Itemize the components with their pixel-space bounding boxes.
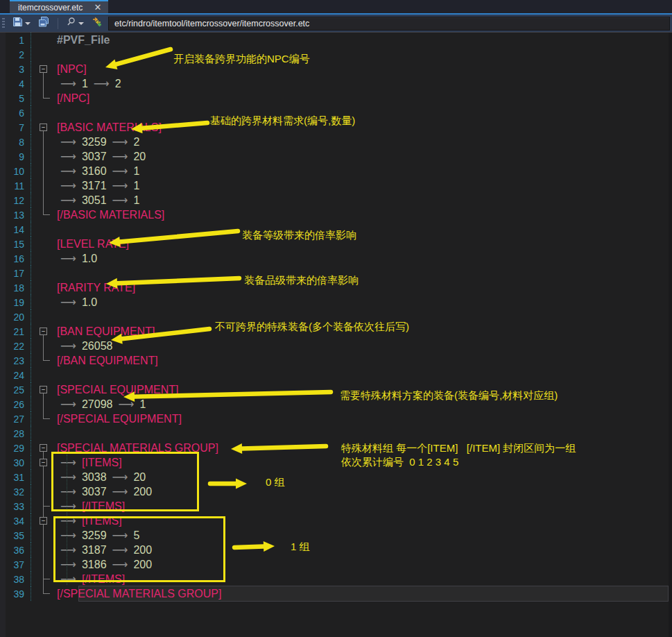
collapse-icon[interactable]: − (40, 444, 47, 452)
fold-marker (36, 193, 53, 207)
fold-marker[interactable]: − (36, 120, 53, 135)
fold-margin (36, 295, 53, 309)
gutter-separator (31, 120, 36, 135)
code-line: 23[/BAN EQUIPMENT] (0, 353, 672, 368)
value: 1 (133, 180, 139, 192)
collapse-icon[interactable]: − (40, 124, 47, 131)
collapse-icon[interactable]: − (40, 459, 47, 466)
toolbar-grip[interactable] (2, 18, 5, 29)
code-line: 29−[SPECIAL MATERIALS GROUP] (0, 441, 672, 455)
file-header: #PVF_File (57, 34, 110, 46)
gutter-separator (31, 47, 36, 62)
fold-marker[interactable]: − (36, 455, 53, 470)
gutter-separator (31, 484, 36, 499)
collapse-icon[interactable]: − (40, 386, 47, 393)
code-line: 36⟶3187⟶200 (0, 543, 672, 557)
save-button[interactable] (10, 15, 33, 31)
section-tag: [/NPC] (57, 92, 89, 105)
gutter-separator (31, 513, 36, 528)
fold-marker[interactable]: − (36, 324, 53, 339)
value: 3038 (82, 471, 107, 484)
arrow-token: ⟶ (94, 77, 110, 90)
code-line: 1#PVF_File (0, 33, 672, 47)
preview-dropdown-caret[interactable] (78, 22, 84, 25)
line-number: 13 (0, 210, 31, 221)
fold-marker[interactable]: − (36, 441, 53, 455)
line-number: 2 (0, 49, 31, 60)
collapse-icon[interactable]: − (40, 517, 47, 525)
line-number: 8 (0, 137, 31, 148)
fold-margin (36, 309, 53, 324)
fold-marker[interactable]: − (36, 62, 53, 76)
fold-margin (36, 33, 53, 47)
fold-marker (36, 76, 53, 91)
code-text: ⟶[/ITEMS] (53, 572, 125, 586)
fold-marker (36, 149, 53, 164)
navigate-button[interactable] (89, 15, 105, 31)
value: 1 (133, 165, 139, 178)
value: 3171 (82, 180, 107, 192)
fold-margin (36, 368, 53, 382)
section-tag: [/SPECIAL MATERIALS GROUP] (57, 588, 221, 600)
arrow-token: ⟶ (60, 296, 76, 309)
arrow-token: ⟶ (60, 179, 76, 192)
fold-marker (36, 178, 53, 193)
gutter-separator (31, 368, 36, 382)
fold-marker (36, 353, 53, 368)
preview-button[interactable] (64, 15, 86, 31)
code-text: ⟶3037⟶200 (53, 485, 152, 498)
breadcrumb[interactable]: etc/rindro/itemtool/itemcrossover/itemcr… (108, 17, 670, 31)
fold-margin (36, 105, 53, 120)
line-number: 23 (0, 355, 31, 366)
gutter-separator (31, 135, 36, 149)
gutter-separator (31, 309, 36, 324)
fold-marker (36, 499, 53, 513)
gutter-separator (31, 62, 36, 76)
fold-marker (36, 339, 53, 353)
line-number: 22 (0, 341, 31, 352)
arrow-token: ⟶ (60, 529, 76, 542)
code-line: 25−[SPECIAL EQUIPMENT] (0, 382, 672, 397)
arrow-token: ⟶ (60, 135, 76, 148)
value: 3037 (82, 486, 107, 498)
fold-margin (36, 237, 53, 251)
value: 2 (133, 136, 139, 148)
navigate-icon (92, 17, 103, 30)
value: 1 (139, 398, 146, 411)
collapse-icon[interactable]: − (40, 65, 47, 73)
tab-itemcrossover[interactable]: itemcrossover.etc ✕ (10, 0, 108, 13)
fold-marker[interactable]: − (36, 382, 53, 397)
save-all-icon (38, 17, 50, 30)
code-line: 33⟶[/ITEMS] (0, 499, 672, 513)
gutter-separator (31, 411, 36, 426)
code-text: ⟶3051⟶1 (53, 194, 139, 207)
gutter-separator (31, 280, 36, 295)
collapse-icon[interactable]: − (40, 328, 47, 335)
code-text: ⟶3160⟶1 (53, 164, 139, 178)
code-line: 9⟶3037⟶20 (0, 149, 672, 164)
arrow-token: ⟶ (60, 252, 76, 265)
code-line: 24 (0, 368, 672, 382)
code-line: 35⟶3259⟶5 (0, 528, 672, 543)
section-tag: [BASIC MATERIALS] (57, 121, 162, 134)
line-number: 36 (0, 545, 31, 556)
value: 1 (82, 78, 88, 90)
arrow-token: ⟶ (60, 558, 76, 571)
close-icon[interactable]: ✕ (94, 3, 101, 12)
code-line: 32⟶3037⟶200 (0, 484, 672, 499)
value: 3051 (82, 194, 107, 207)
gutter-separator (31, 76, 36, 91)
arrow-token: ⟶ (112, 485, 128, 498)
fold-margin (36, 251, 53, 266)
arrow-token: ⟶ (112, 164, 128, 178)
line-number: 26 (0, 399, 31, 410)
save-all-button[interactable] (36, 15, 52, 31)
fold-marker[interactable]: − (36, 513, 53, 528)
line-number: 4 (0, 78, 31, 90)
section-tag: [LEVEL RATE] (57, 238, 129, 250)
code-line: 31⟶3038⟶20 (0, 470, 672, 484)
code-text: [/SPECIAL MATERIALS GROUP] (53, 588, 221, 600)
code-line: 13[/BASIC MATERIALS] (0, 207, 672, 222)
save-dropdown-caret[interactable] (25, 22, 31, 25)
value: 200 (133, 559, 152, 571)
